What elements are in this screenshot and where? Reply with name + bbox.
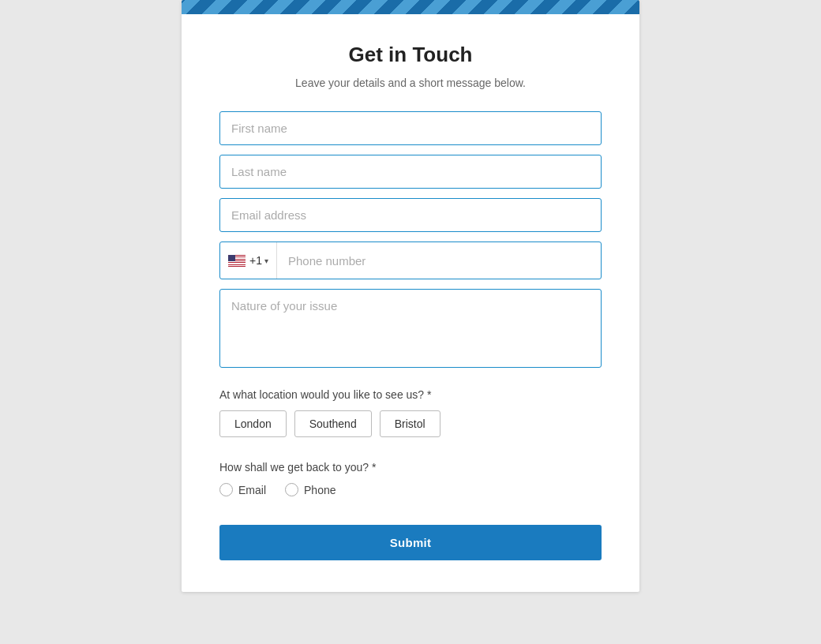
card-body: Get in Touch Leave your details and a sh… bbox=[182, 14, 639, 592]
location-question: At what location would you like to see u… bbox=[219, 388, 602, 401]
phone-country-code: +1 bbox=[249, 254, 262, 267]
radio-email-label: Email bbox=[238, 484, 266, 496]
phone-row: +1 ▾ bbox=[219, 242, 602, 279]
radio-email-circle bbox=[219, 483, 233, 496]
phone-prefix-selector[interactable]: +1 ▾ bbox=[220, 242, 277, 279]
form-subtitle: Leave your details and a short message b… bbox=[219, 77, 602, 89]
contact-radio-group: Email Phone bbox=[219, 483, 602, 496]
contact-card: Get in Touch Leave your details and a sh… bbox=[182, 0, 639, 592]
location-buttons: London Southend Bristol bbox=[219, 410, 602, 437]
submit-button[interactable]: Submit bbox=[219, 525, 602, 560]
header-stripe bbox=[182, 0, 639, 14]
location-southend[interactable]: Southend bbox=[294, 410, 372, 437]
last-name-input[interactable] bbox=[219, 155, 602, 189]
location-bristol[interactable]: Bristol bbox=[380, 410, 440, 437]
phone-number-input[interactable] bbox=[277, 245, 601, 277]
chevron-down-icon: ▾ bbox=[264, 256, 268, 265]
radio-email[interactable]: Email bbox=[219, 483, 266, 496]
first-name-input[interactable] bbox=[219, 111, 602, 145]
issue-textarea[interactable] bbox=[219, 289, 602, 368]
form-title: Get in Touch bbox=[219, 43, 602, 67]
contact-question: How shall we get back to you? * bbox=[219, 461, 602, 474]
page-wrapper: Get in Touch Leave your details and a sh… bbox=[0, 0, 821, 644]
radio-phone-circle bbox=[285, 483, 298, 496]
email-input[interactable] bbox=[219, 198, 602, 232]
radio-phone[interactable]: Phone bbox=[285, 483, 336, 496]
radio-phone-label: Phone bbox=[304, 484, 336, 496]
us-flag-icon bbox=[228, 255, 246, 267]
location-london[interactable]: London bbox=[219, 410, 287, 437]
